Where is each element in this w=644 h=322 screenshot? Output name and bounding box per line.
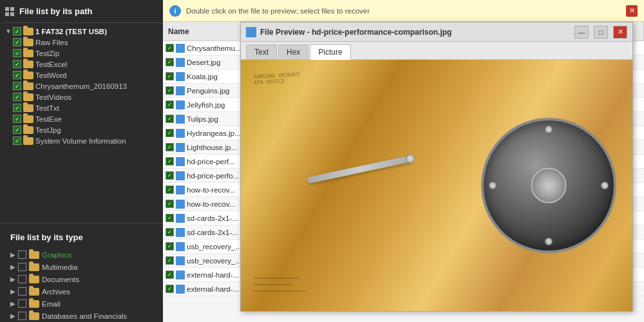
chrys-label: Chrysanthemum_20160913 — [35, 82, 127, 90]
databases-checkbox[interactable] — [18, 312, 26, 320]
tree-item-testzip[interactable]: TestZip — [0, 48, 163, 59]
testjpg-checkbox[interactable] — [13, 126, 21, 134]
info-close-button[interactable]: ✕ — [626, 5, 638, 17]
row-checkbox-0[interactable] — [166, 44, 174, 52]
hdd-image: SAMSUNG HD204UIATA DEVICE — [241, 60, 632, 311]
info-icon: i — [169, 5, 181, 17]
row-checkbox-8[interactable] — [166, 157, 174, 166]
testword-label: TestWord — [35, 71, 66, 79]
rawfiles-label: Raw Files — [35, 39, 68, 46]
row-checkbox-7[interactable] — [166, 143, 174, 151]
row-checkbox-12[interactable] — [166, 214, 174, 222]
row-checkbox-1[interactable] — [166, 58, 174, 66]
tree-root[interactable]: 1 FAT32 (TEST USB) — [0, 26, 163, 37]
info-message: Double click on the file to preview; sel… — [186, 7, 370, 15]
tree-item-testvideos[interactable]: TestVideos — [0, 91, 163, 102]
row-checkbox-2[interactable] — [166, 72, 174, 80]
file-icon-13 — [176, 228, 185, 237]
row-checkbox-14[interactable] — [166, 242, 174, 251]
row-checkbox-4[interactable] — [166, 100, 174, 109]
testzip-checkbox[interactable] — [13, 49, 21, 57]
tree-item-rawfiles[interactable]: Raw Files — [0, 37, 163, 48]
tree-item-testword[interactable]: TestWord — [0, 70, 163, 80]
caret-archives — [10, 288, 17, 295]
multimedia-folder-icon — [29, 263, 39, 271]
testvideos-checkbox[interactable] — [13, 93, 21, 101]
tree-item-testjpg[interactable]: TestJpg — [0, 124, 163, 135]
testword-folder-icon — [23, 71, 33, 79]
tree-item-testexcel[interactable]: TestExcel — [0, 59, 163, 70]
row-checkbox-11[interactable] — [166, 200, 174, 208]
file-icon-7 — [176, 143, 185, 152]
type-item-multimedia[interactable]: Multimedia — [0, 261, 163, 273]
archives-folder-icon — [29, 288, 39, 296]
file-icon-16 — [176, 270, 185, 279]
file-icon-5 — [176, 115, 185, 124]
preview-title-text: File Preview - hd-price-performance-comp… — [260, 28, 569, 37]
type-item-databases[interactable]: Databases and Financials — [0, 310, 163, 322]
preview-close-button[interactable]: ✕ — [613, 26, 627, 39]
email-folder-icon — [29, 300, 39, 308]
tab-text[interactable]: Text — [246, 44, 277, 59]
row-checkbox-3[interactable] — [166, 86, 174, 95]
row-checkbox-17[interactable] — [166, 285, 174, 293]
row-checkbox-5[interactable] — [166, 115, 174, 123]
preview-window: File Preview - hd-price-performance-comp… — [240, 22, 633, 312]
documents-label: Documents — [42, 276, 79, 283]
caret-email — [10, 300, 17, 307]
testzip-folder-icon — [23, 50, 33, 57]
path-section-title: File list by its path — [19, 6, 92, 16]
multimedia-checkbox[interactable] — [18, 263, 26, 271]
graphics-label: Graphics — [42, 251, 71, 259]
testexcel-checkbox[interactable] — [13, 60, 21, 68]
tree-item-testtxt[interactable]: TestTxt — [0, 102, 163, 113]
archives-checkbox[interactable] — [18, 287, 26, 296]
file-icon-2 — [176, 72, 185, 81]
row-checkbox-13[interactable] — [166, 228, 174, 236]
tree-item-sysvolinfo[interactable]: System Volume Information — [0, 135, 163, 146]
file-icon-6 — [176, 129, 185, 138]
type-item-documents[interactable]: Documents — [0, 273, 163, 285]
row-checkbox-9[interactable] — [166, 171, 174, 180]
databases-folder-icon — [29, 312, 39, 320]
testexe-checkbox[interactable] — [13, 115, 21, 123]
file-icon-0 — [176, 44, 185, 53]
testjpg-label: TestJpg — [35, 126, 61, 134]
type-item-email[interactable]: Email — [0, 298, 163, 310]
tree-item-chrys[interactable]: Chrysanthemum_20160913 — [0, 80, 163, 91]
testtxt-checkbox[interactable] — [13, 104, 21, 112]
row-checkbox-10[interactable] — [166, 185, 174, 194]
root-checkbox[interactable] — [13, 27, 21, 35]
preview-title-icon — [246, 27, 256, 37]
type-item-graphics[interactable]: Graphics — [0, 249, 163, 261]
file-icon-14 — [176, 242, 185, 251]
testword-checkbox[interactable] — [13, 71, 21, 79]
testtxt-label: TestTxt — [35, 104, 59, 112]
preview-minimize-button[interactable]: — — [574, 26, 589, 39]
file-icon-12 — [176, 214, 185, 223]
testexe-label: TestExe — [35, 115, 62, 123]
email-checkbox[interactable] — [18, 299, 26, 308]
tab-picture[interactable]: Picture — [310, 44, 350, 60]
preview-tabs: Text Hex Picture — [241, 42, 632, 60]
preview-content: SAMSUNG HD204UIATA DEVICE — [241, 60, 632, 311]
graphics-checkbox[interactable] — [18, 251, 26, 259]
testexcel-folder-icon — [23, 61, 33, 68]
caret-graphics — [10, 251, 17, 258]
documents-folder-icon — [29, 276, 39, 283]
preview-maximize-button[interactable]: □ — [594, 26, 608, 39]
documents-checkbox[interactable] — [18, 275, 26, 283]
row-checkbox-15[interactable] — [166, 256, 174, 265]
tree-item-testexe[interactable]: TestExe — [0, 113, 163, 124]
row-checkbox-6[interactable] — [166, 129, 174, 137]
testexcel-label: TestExcel — [35, 61, 67, 68]
chrys-checkbox[interactable] — [13, 82, 21, 90]
row-checkbox-16[interactable] — [166, 270, 174, 279]
sysvolinfo-checkbox[interactable] — [13, 137, 21, 145]
tab-hex[interactable]: Hex — [278, 44, 308, 59]
chrys-folder-icon — [23, 82, 33, 90]
type-section-title: File list by its type — [10, 232, 83, 242]
type-item-archives[interactable]: Archives — [0, 285, 163, 298]
caret-documents — [10, 276, 17, 283]
rawfiles-checkbox[interactable] — [13, 38, 21, 46]
